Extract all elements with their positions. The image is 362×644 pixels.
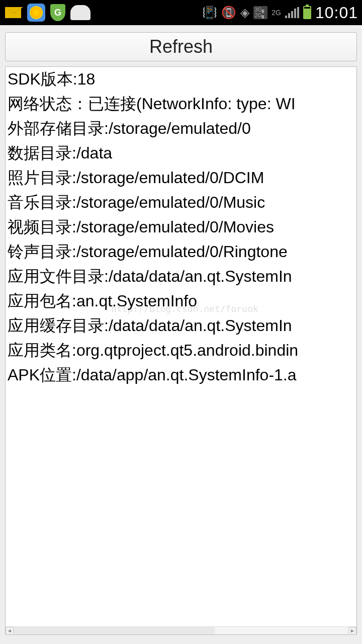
app-package-line: 应用包名:an.qt.SystemInfo (8, 289, 354, 313)
status-right: 📳 📵 ◈ 3G▖ 2G▖ 2G 10:01 (202, 4, 358, 22)
status-bar: G 📳 📵 ◈ 3G▖ 2G▖ 2G 10:01 (0, 0, 362, 25)
app-cache-dir-line: 应用缓存目录:/data/data/an.qt.SystemIn (8, 313, 354, 338)
signal-3g-icon: 3G▖ 2G▖ (253, 6, 268, 19)
phone-mute-icon: 📵 (221, 6, 236, 20)
clock: 10:01 (315, 4, 358, 22)
network-status-line: 网络状态：已连接(NetworkInfo: type: WI (8, 92, 354, 116)
app-files-dir-line: 应用文件目录:/data/data/an.qt.SystemIn (8, 264, 354, 289)
scroll-right-arrow-icon[interactable]: ► (348, 627, 356, 635)
refresh-button[interactable]: Refresh (5, 32, 357, 61)
horizontal-scrollbar[interactable]: ◄ ► (6, 626, 356, 634)
mail-icon (4, 6, 22, 19)
signal-2g-label: 2G (272, 9, 281, 17)
ghost-icon (70, 5, 90, 20)
weather-icon (27, 4, 45, 22)
sdk-version-line: SDK版本:18 (8, 67, 354, 92)
scroll-track[interactable] (14, 627, 348, 635)
wifi-icon: ◈ (240, 6, 249, 20)
signal-bars-icon (285, 7, 299, 18)
scroll-thumb[interactable] (14, 627, 215, 635)
data-dir-line: 数据目录:/data (8, 141, 354, 166)
video-dir-line: 视频目录:/storage/emulated/0/Movies (8, 215, 354, 239)
status-left: G (4, 4, 90, 22)
music-dir-line: 音乐目录:/storage/emulated/0/Music (8, 190, 354, 215)
scroll-left-arrow-icon[interactable]: ◄ (6, 627, 14, 635)
ringtone-dir-line: 铃声目录:/storage/emulated/0/Ringtone (8, 239, 354, 264)
app-class-line: 应用类名:org.qtproject.qt5.android.bindin (8, 338, 354, 363)
info-panel: http://blog.csdn.net/foruok SDK版本:18 网络状… (5, 66, 357, 635)
vibrate-icon: 📳 (202, 6, 217, 20)
battery-icon (303, 6, 311, 19)
photo-dir-line: 照片目录:/storage/emulated/0/DCIM (8, 166, 354, 190)
external-storage-line: 外部存储目录:/storage/emulated/0 (8, 116, 354, 141)
apk-location-line: APK位置:/data/app/an.qt.SystemInfo-1.a (8, 363, 354, 387)
shield-icon: G (50, 4, 65, 21)
